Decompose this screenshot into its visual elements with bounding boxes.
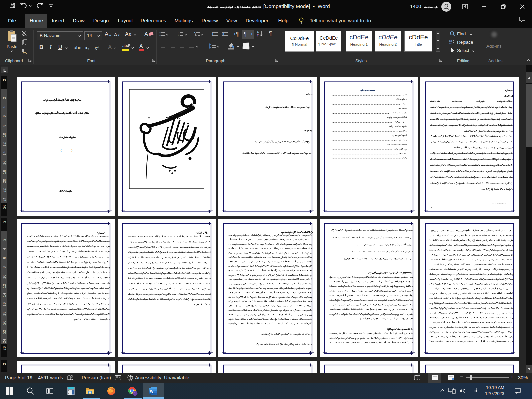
svg-text:ac: ac [449, 42, 452, 44]
svg-text:¶: ¶ [236, 31, 239, 37]
svg-text:3: 3 [178, 35, 179, 37]
svg-text:W: W [150, 389, 154, 393]
svg-text:(..............): (..............) [61, 149, 73, 152]
svg-text:A: A [257, 30, 259, 34]
svg-text:Z: Z [257, 34, 259, 38]
svg-text:¶: ¶ [244, 31, 247, 37]
